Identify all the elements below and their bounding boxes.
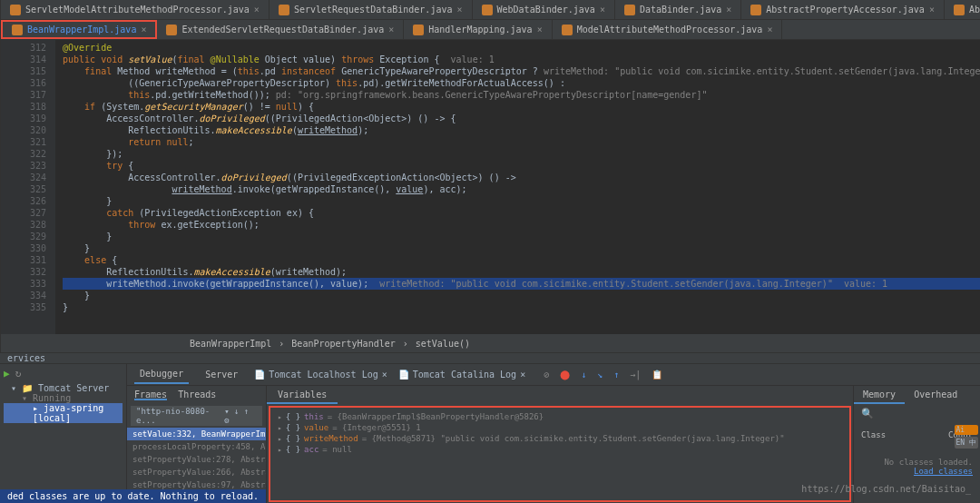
- no-classes-msg: No classes loaded.: [884, 458, 973, 467]
- overhead-tab[interactable]: Overhead: [905, 386, 966, 404]
- editor-tab[interactable]: AbstractPropertyAccessor.java×: [741, 0, 945, 19]
- memory-tab[interactable]: Memory: [854, 386, 905, 404]
- stack-frame[interactable]: processLocalProperty:458, AbstractNestab…: [127, 440, 266, 453]
- tree-running[interactable]: ▾ Running: [4, 393, 122, 403]
- tab-server[interactable]: Server: [200, 366, 243, 383]
- java-file-icon: [279, 5, 289, 15]
- java-file-icon: [166, 25, 177, 35]
- services-header: ervices: [0, 353, 980, 364]
- breadcrumb[interactable]: BeanWrapperImpl › BeanPropertyHandler › …: [1, 334, 980, 352]
- editor-tab[interactable]: AbstractNestablePropertyAccessor×: [945, 0, 980, 19]
- services-tree[interactable]: ▶ ↻ ▾ 📁 Tomcat Server ▾ Running ▸ java-s…: [0, 364, 127, 503]
- thread-selector[interactable]: "http-nio-8080-e... ▾ ↓ ↑ ⚙: [131, 406, 262, 426]
- chevron-right-icon: ›: [279, 339, 284, 349]
- services-panel: ervices ▶ ↻ ▾ 📁 Tomcat Server ▾ Running …: [0, 352, 980, 503]
- editor-area: ServletModelAttributeMethodProcessor.jav…: [1, 0, 980, 352]
- java-file-icon: [10, 5, 21, 15]
- frames-tab[interactable]: Frames: [134, 390, 167, 400]
- java-file-icon: [624, 5, 635, 15]
- close-icon[interactable]: ×: [600, 5, 605, 15]
- run-icon[interactable]: ▶: [4, 368, 10, 380]
- variables-tab[interactable]: Variables: [267, 386, 338, 404]
- step-over-icon[interactable]: ⊘: [544, 370, 549, 380]
- tab-localhost-log[interactable]: 📄 Tomcat Localhost Log ×: [254, 370, 387, 380]
- java-file-icon: [562, 25, 573, 35]
- java-file-icon: [750, 5, 761, 15]
- variables-content[interactable]: ▸ { } this = {BeanWrapperImpl$BeanProper…: [269, 406, 851, 502]
- variable-row[interactable]: ▸ { } this = {BeanWrapperImpl$BeanProper…: [274, 411, 846, 422]
- status-bar: ded classes are up to date. Nothing to r…: [0, 489, 266, 503]
- services-title: ervices: [7, 353, 45, 363]
- lang-badge[interactable]: EN 中: [955, 437, 978, 449]
- java-file-icon: [482, 5, 493, 15]
- search-icon[interactable]: 🔍: [861, 408, 874, 419]
- breadcrumb-inner[interactable]: BeanPropertyHandler: [291, 339, 395, 349]
- variable-row[interactable]: ▸ { } acc = null: [274, 444, 846, 455]
- threads-tab[interactable]: Threads: [178, 390, 216, 400]
- editor-tab[interactable]: WebDataBinder.java×: [473, 0, 615, 19]
- load-classes-link[interactable]: Load classes: [914, 467, 973, 476]
- java-file-icon: [12, 25, 23, 35]
- editor-tab[interactable]: BeanWrapperImpl.java×: [1, 20, 157, 39]
- editor-tab[interactable]: ModelAttributeMethodProcessor.java×: [553, 20, 783, 39]
- code-content[interactable]: @Override public void setValue(final @Nu…: [55, 40, 980, 334]
- evaluate-icon[interactable]: 📋: [652, 370, 662, 380]
- editor-tab[interactable]: DataBinder.java×: [615, 0, 741, 19]
- code-area: 3123143153163173183193203213223233243253…: [1, 40, 980, 334]
- side-toolbar: Ai EN 中: [955, 425, 978, 449]
- tab-catalina-log[interactable]: 📄 Tomcat Catalina Log ×: [398, 370, 525, 380]
- breadcrumb-method[interactable]: setValue(): [416, 339, 470, 349]
- breadcrumb-class[interactable]: BeanWrapperImpl: [190, 339, 271, 349]
- stack-frame[interactable]: setPropertyValue:266, AbstractNestable: [127, 466, 266, 478]
- close-icon[interactable]: ×: [388, 25, 394, 35]
- editor-tab[interactable]: ServletRequestDataBinder.java×: [270, 0, 473, 19]
- tab-debugger[interactable]: Debugger: [134, 365, 189, 384]
- step-icon[interactable]: ↘: [597, 370, 603, 380]
- line-gutter: 3123143153163173183193203213223233243253…: [1, 40, 55, 334]
- class-header: Class: [861, 430, 886, 439]
- frames-panel: Frames Threads "http-nio-8080-e... ▾ ↓ ↑…: [127, 386, 267, 503]
- java-file-icon: [954, 5, 965, 15]
- editor-tab[interactable]: ServletModelAttributeMethodProcessor.jav…: [1, 0, 270, 19]
- close-icon[interactable]: ×: [767, 25, 772, 35]
- ai-badge[interactable]: Ai: [955, 425, 978, 435]
- step-into-icon[interactable]: ↓: [581, 370, 586, 380]
- debug-tabs: Debugger Server 📄 Tomcat Localhost Log ×…: [127, 364, 980, 386]
- java-file-icon: [413, 25, 424, 35]
- close-icon[interactable]: ×: [929, 5, 935, 15]
- editor-tab[interactable]: HandlerMapping.java×: [404, 20, 552, 39]
- stop-icon[interactable]: ⬤: [560, 370, 570, 380]
- close-icon[interactable]: ×: [537, 25, 543, 35]
- close-icon[interactable]: ×: [726, 5, 731, 15]
- chevron-right-icon: ›: [403, 339, 408, 349]
- variables-panel: Variables ▸ { } this = {BeanWrapperImpl$…: [267, 386, 853, 503]
- variable-row[interactable]: ▸ { } writeMethod = {Method@5871} "publi…: [274, 433, 846, 444]
- run-to-cursor-icon[interactable]: →|: [630, 370, 641, 380]
- tree-config[interactable]: ▸ java-spring [local]: [4, 403, 122, 423]
- step-out-icon[interactable]: ↑: [613, 370, 619, 380]
- stack-frame[interactable]: setPropertyValue:278, AbstractNestable: [127, 453, 266, 466]
- watermark: https://blog.csdn.net/Baisitao_: [801, 484, 971, 494]
- close-icon[interactable]: ×: [456, 5, 462, 15]
- stop-icon[interactable]: ↻: [15, 368, 22, 380]
- stack-frame[interactable]: setValue:332, BeanWrapperImpl$BeanProper…: [127, 428, 266, 440]
- close-icon[interactable]: ×: [141, 25, 146, 35]
- variable-row[interactable]: ▸ { } value = {Integer@5551} 1: [274, 422, 846, 433]
- close-icon[interactable]: ×: [254, 5, 260, 15]
- editor-tabs-row-2: BeanWrapperImpl.java×ExtendedServletRequ…: [1, 20, 980, 40]
- tree-root[interactable]: ▾ 📁 Tomcat Server: [4, 383, 122, 393]
- editor-tabs-row-1: ServletModelAttributeMethodProcessor.jav…: [1, 0, 980, 20]
- editor-tab[interactable]: ExtendedServletRequestDataBinder.java×: [157, 20, 404, 39]
